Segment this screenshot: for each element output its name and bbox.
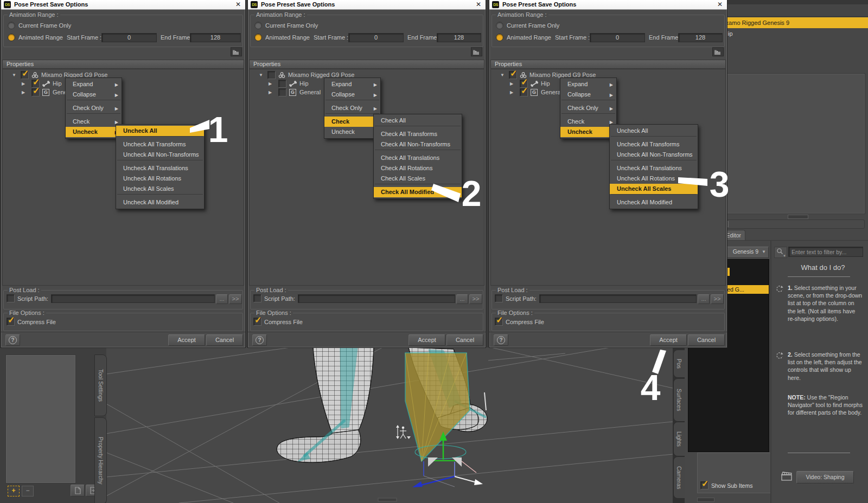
sidebar-tab-tool-settings[interactable]: Tool Settings [94, 354, 107, 416]
right-tab-pos[interactable]: Pos [673, 350, 685, 378]
browse-button[interactable]: ... [216, 294, 228, 304]
menu-item-check[interactable]: Check▶ [560, 117, 616, 127]
menu-item-uncheck-all-transforms[interactable]: Uncheck All Transforms [116, 139, 204, 150]
tree-checkbox[interactable] [267, 71, 276, 79]
search-icon[interactable]: ▼ [774, 247, 787, 258]
help-button[interactable]: ? [5, 334, 20, 346]
tree-checkbox[interactable] [278, 88, 286, 96]
menu-item-collapse[interactable]: Collapse▶ [324, 89, 380, 100]
tree-checkbox[interactable] [509, 71, 517, 79]
menu-item-check-all-transforms[interactable]: Check All Transforms [374, 129, 462, 139]
script-path-input[interactable] [298, 294, 455, 303]
horizontal-scrollbar[interactable] [720, 220, 865, 229]
add-button[interactable]: + [8, 486, 20, 496]
menu-item-check-only[interactable]: Check Only▶ [560, 103, 616, 113]
close-icon[interactable]: ✕ [717, 0, 723, 9]
expander-right-icon[interactable]: ▶ [269, 90, 272, 95]
compress-file-checkbox[interactable] [495, 318, 503, 326]
panel-bottom-grip[interactable] [697, 498, 714, 502]
menu-item-check-all-non-transforms[interactable]: Check All Non-Transforms [374, 139, 462, 150]
menu-item-check-all-rotations[interactable]: Check All Rotations [374, 163, 462, 173]
end-frame-input[interactable]: 128 [678, 33, 723, 42]
current-frame-radio[interactable] [8, 22, 15, 29]
menu-item-uncheck-all-translations[interactable]: Uncheck All Translations [610, 163, 698, 173]
script-path-input[interactable] [51, 294, 215, 303]
show-sub-items-checkbox[interactable] [700, 481, 709, 489]
menu-item-uncheck-all-rotations[interactable]: Uncheck All Rotations [610, 173, 698, 184]
menu-item-uncheck-all-translations[interactable]: Uncheck All Translations [116, 163, 204, 173]
sidebar-tab-property-hierarchy[interactable]: Property Hierarchy [94, 417, 107, 503]
menu-item-check-all[interactable]: Check All [374, 115, 462, 126]
menu-item-expand[interactable]: Expand▶ [324, 79, 380, 89]
browse-button[interactable]: ... [456, 294, 468, 304]
menu-item-expand[interactable]: Expand▶ [560, 79, 616, 89]
menu-item-uncheck[interactable]: Uncheck▶ [66, 127, 122, 137]
dialog-titlebar[interactable]: DSPose Preset Save Options✕ [1, 0, 245, 10]
menu-item-uncheck-all-modified[interactable]: Uncheck All Modified [116, 197, 204, 208]
expander-right-icon[interactable]: ▶ [22, 90, 25, 95]
preset-menu-button[interactable] [231, 47, 242, 56]
cancel-button[interactable]: Cancel [688, 334, 725, 346]
end-frame-input[interactable]: 128 [190, 33, 241, 42]
menu-item-check-only[interactable]: Check Only▶ [324, 103, 380, 113]
right-tab-surfaces[interactable]: Surfaces [673, 378, 685, 422]
viewport-bottom-grip[interactable] [378, 498, 397, 501]
preset-menu-button[interactable] [471, 47, 482, 56]
help-button[interactable]: ? [494, 334, 508, 346]
menu-item-check-only[interactable]: Check Only▶ [66, 103, 122, 113]
start-frame-input[interactable]: 0 [101, 33, 157, 42]
cancel-button[interactable]: Cancel [446, 334, 483, 346]
script-path-checkbox[interactable] [495, 294, 503, 302]
compress-file-checkbox[interactable] [7, 318, 15, 326]
current-frame-radio[interactable] [496, 22, 503, 29]
script-path-input[interactable] [539, 294, 697, 303]
start-frame-input[interactable]: 0 [590, 33, 645, 42]
expander-right-icon[interactable]: ▶ [510, 90, 513, 95]
menu-item-check-all-modified[interactable]: Check All Modified [374, 187, 462, 197]
close-icon[interactable]: ✕ [476, 0, 481, 9]
menu-item-uncheck-all-non-transforms[interactable]: Uncheck All Non-Transforms [610, 150, 698, 160]
preset-menu-button[interactable] [712, 47, 724, 56]
close-icon[interactable]: ✕ [235, 0, 241, 9]
tree-checkbox[interactable] [31, 88, 40, 96]
script-path-checkbox[interactable] [7, 294, 15, 302]
menu-item-uncheck-all[interactable]: Uncheck All [610, 126, 698, 136]
video-shaping-button[interactable]: Video: Shaping [796, 471, 854, 483]
menu-item-uncheck-all-modified[interactable]: Uncheck All Modified [610, 197, 698, 208]
menu-item-check[interactable]: Check▶ [66, 117, 122, 127]
menu-item-uncheck-all-scales[interactable]: Uncheck All Scales [610, 184, 698, 194]
expander-right-icon[interactable]: ▶ [22, 81, 25, 87]
animated-range-radio[interactable] [254, 34, 262, 41]
dialog-titlebar[interactable]: DSPose Preset Save Options✕ [489, 0, 727, 10]
script-path-checkbox[interactable] [253, 294, 261, 302]
menu-item-uncheck-all[interactable]: Uncheck All [116, 126, 204, 136]
start-frame-input[interactable]: 0 [348, 33, 404, 42]
tree-checkbox[interactable] [278, 80, 286, 88]
splitter-grip[interactable] [788, 215, 808, 219]
more-button[interactable]: >> [469, 294, 482, 304]
accept-button[interactable]: Accept [650, 334, 687, 346]
tree-checkbox[interactable] [520, 88, 528, 96]
tree-checkbox[interactable] [21, 71, 29, 79]
compress-file-checkbox[interactable] [253, 318, 261, 326]
cancel-button[interactable]: Cancel [206, 334, 243, 346]
menu-item-check-all-scales[interactable]: Check All Scales [374, 173, 462, 184]
tree-row-general[interactable]: ▶GGeneral [3, 88, 242, 96]
menu-item-uncheck[interactable]: Uncheck▶ [324, 127, 380, 137]
expander-down-icon[interactable]: ▼ [259, 73, 263, 78]
dialog-titlebar[interactable]: DSPose Preset Save Options✕ [248, 0, 486, 10]
menu-item-check-all-translations[interactable]: Check All Translations [374, 153, 462, 163]
right-tab-lights[interactable]: Lights [673, 422, 685, 456]
copy-page-button[interactable] [71, 485, 85, 496]
menu-item-uncheck-all-non-transforms[interactable]: Uncheck All Non-Transforms [116, 150, 204, 160]
menu-item-collapse[interactable]: Collapse▶ [66, 89, 122, 100]
accept-button[interactable]: Accept [168, 334, 205, 346]
menu-item-expand[interactable]: Expand▶ [66, 79, 122, 89]
expander-right-icon[interactable]: ▶ [510, 81, 513, 87]
current-frame-radio[interactable] [254, 22, 262, 29]
menu-item-collapse[interactable]: Collapse▶ [560, 89, 616, 100]
viewport-3d[interactable] [106, 347, 673, 503]
menu-item-uncheck-all-scales[interactable]: Uncheck All Scales [116, 184, 204, 194]
menu-item-uncheck[interactable]: Uncheck▶ [560, 127, 616, 137]
right-tab-cameras[interactable]: Cameras [673, 456, 685, 499]
